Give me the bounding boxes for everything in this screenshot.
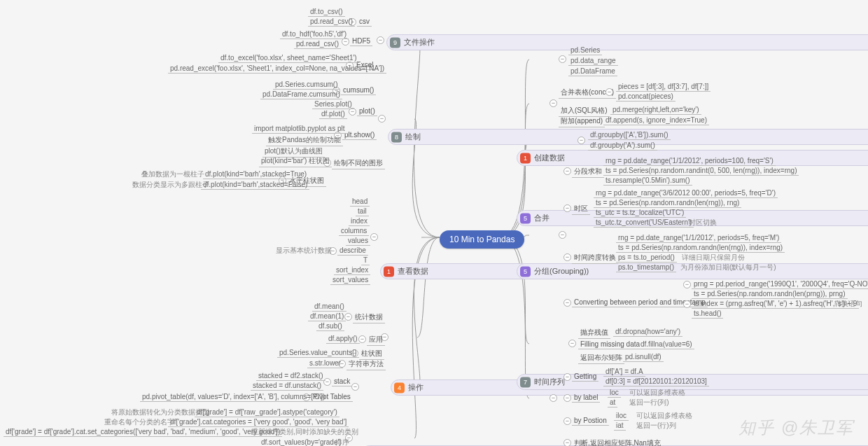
toggle-icon[interactable]: − — [568, 340, 576, 347]
sub-tz[interactable]: 时区 — [572, 203, 590, 215]
toggle-icon[interactable]: − — [564, 373, 571, 381]
leaf: df['grade'].cat.categories = ['very good… — [168, 417, 349, 427]
leaf: ts = pd.Series(np.random.randn(len(rng))… — [616, 243, 785, 253]
leaf: sort_values — [330, 275, 370, 285]
toggle-icon[interactable]: − — [683, 281, 691, 288]
num-badge: 5 — [520, 266, 531, 277]
toggle-icon[interactable]: − — [564, 204, 571, 212]
toggle-icon[interactable]: − — [550, 99, 557, 107]
toggle-icon[interactable]: − — [559, 55, 566, 63]
sub-getting[interactable]: Getting — [572, 372, 598, 382]
desc: 数据分类显示为多跟柱子 — [130, 180, 212, 190]
toggle-icon[interactable]: − — [683, 300, 691, 308]
leaf: df.append(s, ignore_index=True) — [603, 116, 709, 125]
leaf: df.plot(kind='barh',stacked=True) — [203, 169, 309, 179]
leaf: pd.data_range — [568, 56, 618, 66]
toggle-icon[interactable]: − — [559, 231, 566, 239]
watermark: 知乎 @朱卫军 — [738, 417, 854, 439]
leaf: describe — [337, 246, 368, 256]
leaf: stacked = df2.stack() — [256, 371, 326, 381]
toggle-icon[interactable]: − — [351, 383, 359, 391]
leaf: df.plot() — [319, 109, 347, 119]
sub-cumsum[interactable]: cumsum() — [341, 85, 376, 95]
num-badge: 1 — [384, 266, 394, 277]
sub-kinds[interactable]: 绘制不同的图形 — [332, 158, 385, 169]
sub-apply[interactable]: 应用 — [367, 334, 385, 346]
sub-resample[interactable]: 分段求和 — [572, 166, 604, 178]
leaf: columns — [339, 226, 369, 236]
sub-dropna-b[interactable]: Filling missing data — [578, 340, 642, 349]
leaf: pd.DataFrame — [568, 67, 617, 76]
leaf: df.dropna(how='any') — [613, 327, 682, 337]
toggle-icon[interactable]: − — [606, 88, 613, 96]
leaf: pd.pivot_table(df, values='D', index=['A… — [140, 392, 327, 402]
sub-dropna-c[interactable]: 返回布尔矩阵 — [578, 352, 624, 364]
leaf: iat — [614, 421, 626, 431]
desc: 将原始数据转化为分类数据类型 — [108, 407, 212, 417]
toggle-icon[interactable]: − — [564, 167, 571, 175]
leaf: pd.Series.cumsum() — [273, 80, 340, 90]
desc: 排序 — [332, 438, 352, 446]
leaf: rng = pd.date_range('3/6/2012 00:00', pe… — [594, 188, 778, 198]
desc: 返回一(行)列 — [634, 421, 679, 431]
toggle-icon[interactable]: − — [377, 36, 384, 44]
sub-append[interactable]: 附加(append) — [559, 116, 605, 127]
leaf: ts = pd.Series(np.random.randn(len(rng))… — [594, 198, 741, 208]
leaf: df.fillna(value=6) — [638, 340, 694, 349]
toggle-icon[interactable]: − — [370, 233, 378, 241]
toggle-icon[interactable]: − — [564, 253, 571, 261]
leaf: ts.head() — [692, 309, 723, 319]
root-node[interactable]: 10 Min to Pandas — [440, 230, 524, 249]
leaf: pd.concat(pieces) — [616, 92, 676, 102]
sub-csv[interactable]: csv — [357, 17, 372, 27]
leaf: iloc — [614, 411, 629, 421]
leaf: Series.plot() — [312, 99, 354, 109]
leaf: pieces = [df[:3], df[3:7], df[7:]] — [616, 82, 710, 92]
leaf: sort_index — [334, 265, 370, 275]
toggle-icon[interactable]: − — [578, 137, 585, 144]
leaf: rng = pd.date_range('1/1/2012', periods=… — [603, 156, 776, 166]
leaf: df.apply() — [326, 334, 360, 344]
sub-dropna-a[interactable]: 抛弃残值 — [578, 327, 610, 339]
toggle-icon[interactable]: − — [550, 394, 557, 402]
leaf: import matplotlib.pyplot as plt — [252, 124, 347, 134]
sub-bylabel[interactable]: by label — [572, 393, 600, 403]
leaf: s.str.lower — [307, 358, 343, 368]
toggle-icon[interactable]: − — [564, 299, 571, 307]
desc: 叠加数据为一根柱子 — [139, 169, 207, 179]
leaf: ps.to_timestamp() — [616, 263, 676, 272]
leaf: df.groupby(['A','B']).sum() — [588, 130, 671, 140]
sub-hdf5[interactable]: HDF5 — [350, 36, 372, 46]
sub-pltshow[interactable]: plt.show() — [342, 130, 377, 140]
leaf: T — [361, 256, 370, 265]
sub-plot[interactable]: plot() — [357, 106, 377, 116]
mindmap-canvas[interactable]: 10 Min to Pandas 9文件操作 − csv − df.to_csv… — [0, 0, 868, 446]
leaf: ts = pd.Series(np.random.randint(0, 500,… — [603, 166, 799, 176]
sub-span[interactable]: 时间跨度转换 — [572, 252, 618, 264]
num-badge: 7 — [520, 377, 531, 387]
sub-bypos[interactable]: by Postion — [572, 416, 609, 426]
leaf: head — [350, 197, 370, 207]
leaf: pd.merge(right,left,on='key') — [610, 105, 701, 115]
branch-file-ops[interactable]: 9文件操作 — [386, 34, 868, 50]
sub-bool[interactable]: 判断,返回相应矩阵,Nan填充 — [572, 438, 663, 446]
leaf: pd.read_csv() — [308, 17, 355, 27]
sub-stats[interactable]: 统计数据 — [353, 312, 385, 323]
toggle-icon[interactable]: − — [564, 439, 571, 446]
sub-str[interactable]: 字符串方法 — [346, 358, 386, 370]
sub-stack[interactable]: stack — [332, 377, 352, 386]
toggle-icon[interactable]: − — [564, 417, 571, 425]
num-badge: 8 — [391, 132, 402, 142]
leaf: ts = pd.Series(np.random.randn(len(prng)… — [692, 289, 848, 299]
leaf: pd.read_csv() — [294, 39, 341, 49]
leaf: ts_utc.tz_convert('US/Eastern') — [594, 218, 694, 228]
toggle-icon[interactable]: − — [564, 394, 571, 402]
leaf: df.sort_values(by='grade') — [259, 438, 344, 446]
toggle-icon[interactable]: − — [378, 115, 386, 123]
leaf: at — [608, 398, 617, 407]
leaf: df[0:3] = df[20120101:20120103] — [603, 377, 709, 386]
leaf: prng = pd.period_range('1990Q1', '2000Q4… — [692, 279, 868, 289]
leaf: pd.DataFrame.cumsum() — [260, 90, 342, 99]
leaf: df.mean(1) — [308, 312, 346, 321]
desc: 显示基本统计数据 — [273, 246, 335, 256]
